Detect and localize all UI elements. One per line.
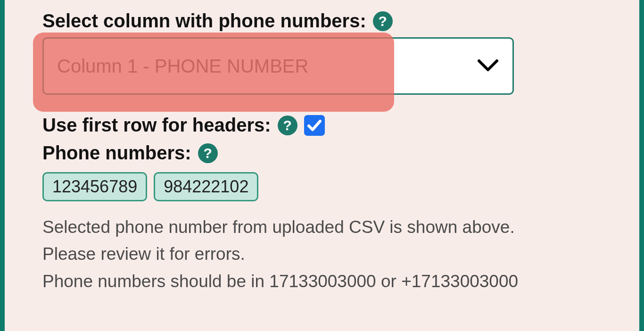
column-select-dropdown[interactable]: Column 1 - PHONE NUMBER bbox=[42, 37, 514, 95]
phone-numbers-label-row: Phone numbers: ? bbox=[42, 142, 218, 164]
phone-number-chip[interactable]: 123456789 bbox=[42, 172, 147, 201]
info-line-3: Phone numbers should be in 17133003000 o… bbox=[42, 268, 599, 295]
phone-number-chip[interactable]: 984222102 bbox=[154, 172, 258, 201]
phone-number-chips: 123456789 984222102 bbox=[42, 172, 602, 201]
column-select-wrapper: Column 1 - PHONE NUMBER bbox=[42, 37, 514, 95]
help-icon[interactable]: ? bbox=[373, 11, 393, 31]
column-select-label-row: Select column with phone numbers: ? bbox=[42, 10, 393, 32]
phone-numbers-label: Phone numbers: bbox=[42, 142, 191, 164]
column-select-value: Column 1 - PHONE NUMBER bbox=[57, 56, 477, 77]
panel-left-border bbox=[0, 0, 5, 331]
help-icon[interactable]: ? bbox=[198, 143, 218, 163]
first-row-headers-label: Use first row for headers: bbox=[42, 115, 271, 136]
first-row-headers-checkbox[interactable] bbox=[304, 115, 325, 136]
info-line-1: Selected phone number from uploaded CSV … bbox=[42, 214, 599, 240]
info-text: Selected phone number from uploaded CSV … bbox=[42, 214, 599, 295]
chevron-down-icon bbox=[477, 55, 499, 77]
form-content: Select column with phone numbers: ? Colu… bbox=[0, 0, 644, 295]
info-line-2: Please review it for errors. bbox=[42, 240, 599, 267]
panel-right-border bbox=[639, 0, 644, 331]
column-select-label: Select column with phone numbers: bbox=[42, 10, 366, 32]
first-row-headers-label-row: Use first row for headers: ? bbox=[42, 115, 297, 136]
first-row-headers-row: Use first row for headers: ? bbox=[42, 115, 602, 136]
help-icon[interactable]: ? bbox=[278, 116, 297, 135]
